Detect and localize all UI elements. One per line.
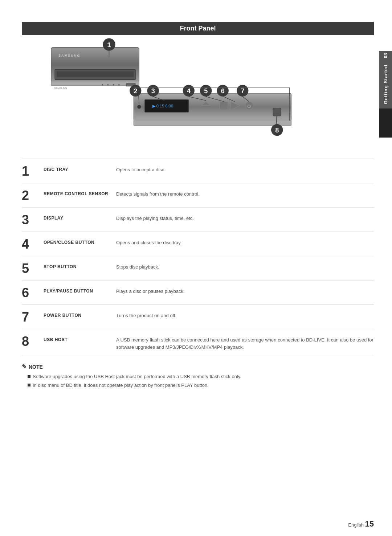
svg-point-9 bbox=[113, 84, 114, 86]
item-number: 3 bbox=[22, 213, 44, 226]
svg-text:3: 3 bbox=[151, 87, 155, 95]
svg-point-7 bbox=[102, 84, 103, 86]
item-row: 2 REMOTE CONTROL SENSOR Detects signals … bbox=[22, 183, 374, 207]
note-text: In disc menu of BD title, it does not op… bbox=[33, 382, 209, 389]
item-description: Opens to accept a disc. bbox=[116, 164, 374, 173]
item-row: 1 DISC TRAY Opens to accept a disc. bbox=[22, 159, 374, 183]
item-label: PLAY/PAUSE BUTTON bbox=[44, 286, 116, 294]
svg-text:SAMSUNG: SAMSUNG bbox=[58, 54, 81, 57]
side-tab: 03 Getting Started bbox=[379, 51, 392, 138]
svg-text:SAMSUNG: SAMSUNG bbox=[54, 87, 67, 90]
note-bullet bbox=[28, 384, 30, 386]
item-description: Detects signals from the remote control. bbox=[116, 188, 374, 198]
svg-text:⏻: ⏻ bbox=[247, 104, 251, 108]
note-bullet bbox=[28, 375, 30, 378]
item-description: Turns the product on and off. bbox=[116, 310, 374, 319]
item-number: 1 bbox=[22, 164, 44, 178]
svg-text:2: 2 bbox=[134, 87, 137, 95]
svg-text:8: 8 bbox=[275, 127, 279, 134]
svg-point-18 bbox=[137, 105, 141, 109]
svg-rect-20 bbox=[201, 106, 210, 107]
item-number: 4 bbox=[22, 237, 44, 251]
svg-text:5: 5 bbox=[204, 87, 208, 95]
diagram-area: SAMSUNG SAMSUNG 1 ▶ 0:15 6: bbox=[22, 35, 374, 151]
item-number: 7 bbox=[22, 310, 44, 324]
svg-rect-21 bbox=[220, 102, 228, 110]
svg-text:4: 4 bbox=[187, 87, 191, 95]
note-icon: ✎ bbox=[22, 363, 26, 370]
item-row: 8 USB HOST A USB memory flash stick can … bbox=[22, 329, 374, 356]
svg-rect-5 bbox=[51, 81, 139, 86]
svg-text:6: 6 bbox=[221, 87, 225, 95]
item-label: STOP BUTTON bbox=[44, 261, 116, 269]
item-number: 8 bbox=[22, 334, 44, 348]
page-prefix: English bbox=[348, 522, 364, 528]
note-item: Software upgrades using the USB Host jac… bbox=[28, 373, 374, 380]
item-row: 7 POWER BUTTON Turns the product on and … bbox=[22, 304, 374, 329]
item-number: 5 bbox=[22, 261, 44, 275]
svg-rect-25 bbox=[273, 108, 281, 116]
note-text: Software upgrades using the USB Host jac… bbox=[33, 373, 241, 380]
svg-rect-4 bbox=[57, 71, 134, 77]
chapter-label: Getting Started bbox=[380, 60, 391, 109]
svg-text:7: 7 bbox=[241, 87, 244, 95]
note-item: In disc menu of BD title, it does not op… bbox=[28, 382, 374, 389]
item-number: 2 bbox=[22, 188, 44, 202]
item-number: 6 bbox=[22, 286, 44, 299]
page-footer: English 15 bbox=[348, 519, 374, 529]
chapter-number: 03 bbox=[380, 51, 391, 60]
side-tab-accent bbox=[379, 109, 392, 138]
svg-text:▶ 0:15 6:00: ▶ 0:15 6:00 bbox=[152, 104, 173, 108]
item-row: 5 STOP BUTTON Stops disc playback. bbox=[22, 256, 374, 280]
item-row: 4 OPEN/CLOSE BUTTON Opens and closes the… bbox=[22, 232, 374, 256]
item-row: 6 PLAY/PAUSE BUTTON Plays a disc or paus… bbox=[22, 280, 374, 304]
svg-point-8 bbox=[107, 84, 109, 86]
item-description: Plays a disc or pauses playback. bbox=[116, 286, 374, 295]
item-label: DISC TRAY bbox=[44, 164, 116, 172]
items-list: 1 DISC TRAY Opens to accept a disc. 2 RE… bbox=[22, 159, 374, 356]
diagram-svg: SAMSUNG SAMSUNG 1 ▶ 0:15 6: bbox=[22, 35, 374, 151]
item-description: Opens and closes the disc tray. bbox=[116, 237, 374, 246]
items-container: 1 DISC TRAY Opens to accept a disc. 2 RE… bbox=[22, 159, 374, 356]
svg-point-10 bbox=[118, 84, 120, 86]
item-row: 3 DISPLAY Displays the playing status, t… bbox=[22, 207, 374, 232]
item-description: Displays the playing status, time, etc. bbox=[116, 213, 374, 222]
item-description: A USB memory flash stick can be connecte… bbox=[116, 334, 374, 351]
item-label: DISPLAY bbox=[44, 213, 116, 221]
note-title-text: NOTE bbox=[29, 364, 43, 370]
item-label: OPEN/CLOSE BUTTON bbox=[44, 237, 116, 245]
page-number: 15 bbox=[365, 519, 374, 528]
note-section: ✎ NOTE Software upgrades using the USB H… bbox=[22, 363, 374, 389]
main-content: Front Panel SAMSUNG bbox=[22, 22, 374, 521]
item-description: Stops disc playback. bbox=[116, 261, 374, 271]
item-label: USB HOST bbox=[44, 334, 116, 342]
note-title: ✎ NOTE bbox=[22, 363, 374, 370]
item-label: REMOTE CONTROL SENSOR bbox=[44, 188, 116, 196]
note-items-list: Software upgrades using the USB Host jac… bbox=[22, 373, 374, 389]
svg-text:1: 1 bbox=[107, 41, 111, 49]
svg-rect-26 bbox=[134, 120, 291, 126]
item-label: POWER BUTTON bbox=[44, 310, 116, 318]
section-title: Front Panel bbox=[22, 22, 374, 35]
